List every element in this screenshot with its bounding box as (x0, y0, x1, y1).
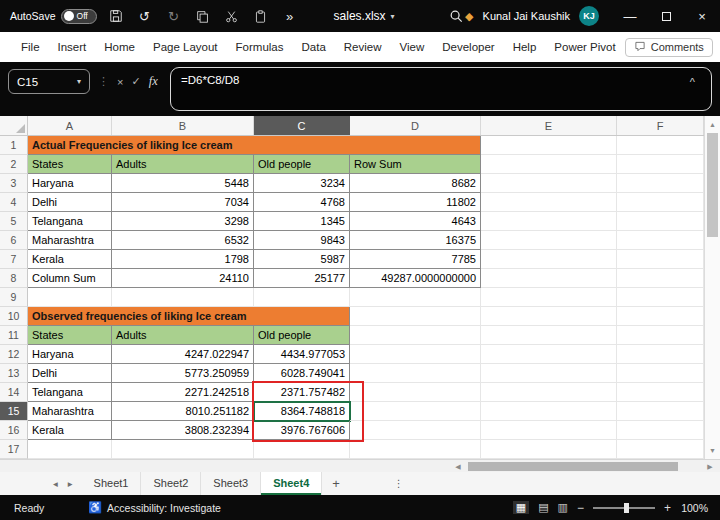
cell-C11[interactable]: Old people (254, 326, 350, 345)
cell-F2[interactable] (617, 155, 704, 174)
maximize-button[interactable] (648, 0, 684, 32)
cancel-formula-icon[interactable]: × (117, 76, 123, 88)
ribbon-tab-file[interactable]: File (12, 32, 49, 62)
cell-B4[interactable]: 7034 (112, 193, 254, 212)
row-header-3[interactable]: 3 (0, 174, 28, 193)
cell-B11[interactable]: Adults (112, 326, 254, 345)
cell-E2[interactable] (481, 155, 617, 174)
cell-F1[interactable] (617, 136, 704, 155)
cell-B14[interactable]: 2271.242518 (112, 383, 254, 402)
sheet-tab-sheet3[interactable]: Sheet3 (201, 472, 261, 495)
cell-C4[interactable]: 4768 (254, 193, 350, 212)
cell-B7[interactable]: 1798 (112, 250, 254, 269)
cell-C9[interactable] (254, 288, 350, 307)
select-all-corner[interactable] (0, 116, 28, 135)
ribbon-tab-developer[interactable]: Developer (433, 32, 503, 62)
cell-D11[interactable] (350, 326, 481, 345)
row-header-8[interactable]: 8 (0, 269, 28, 288)
minimize-button[interactable]: — (612, 0, 648, 32)
normal-view-icon[interactable]: ▦ (513, 501, 529, 514)
cell-A15[interactable]: Maharashtra (28, 402, 112, 421)
save-icon[interactable] (106, 5, 126, 27)
cell-B13[interactable]: 5773.250959 (112, 364, 254, 383)
cell-F14[interactable] (617, 383, 704, 402)
horizontal-scrollbar[interactable]: ◀ ▶ (452, 461, 716, 472)
cell-A16[interactable]: Kerala (28, 421, 112, 440)
row-header-13[interactable]: 13 (0, 364, 28, 383)
cell-E3[interactable] (481, 174, 617, 193)
autosave-toggle[interactable]: Off (61, 9, 97, 24)
sheet-tab-sheet2[interactable]: Sheet2 (141, 472, 201, 495)
cell-D17[interactable] (350, 440, 481, 459)
cell-C15[interactable]: 8364.748818 (254, 402, 350, 421)
row-header-14[interactable]: 14 (0, 383, 28, 402)
cell-A5[interactable]: Telangana (28, 212, 112, 231)
cell-B12[interactable]: 4247.022947 (112, 345, 254, 364)
close-button[interactable]: × (684, 0, 720, 32)
enter-formula-icon[interactable]: ✓ (131, 75, 140, 88)
cell-B6[interactable]: 6532 (112, 231, 254, 250)
zoom-slider[interactable] (593, 507, 655, 509)
row-header-2[interactable]: 2 (0, 155, 28, 174)
cell-C2[interactable]: Old people (254, 155, 350, 174)
comments-button[interactable]: Comments (625, 38, 713, 57)
cell-D9[interactable] (350, 288, 481, 307)
name-box-dropdown-icon[interactable]: ▾ (77, 77, 81, 86)
cell-C14[interactable]: 2371.757482 (254, 383, 350, 402)
cell-C12[interactable]: 4434.977053 (254, 345, 350, 364)
formula-input[interactable]: =D6*C8/D8 ^ (170, 67, 712, 111)
cell-F13[interactable] (617, 364, 704, 383)
redo-icon[interactable]: ↻ (164, 5, 184, 27)
cell-E11[interactable] (481, 326, 617, 345)
row-header-1[interactable]: 1 (0, 136, 28, 155)
cell-D6[interactable]: 16375 (350, 231, 481, 250)
cell-D7[interactable]: 7785 (350, 250, 481, 269)
cell-A9[interactable] (28, 288, 112, 307)
cell-F17[interactable] (617, 440, 704, 459)
vertical-scroll-thumb[interactable] (707, 133, 718, 237)
cell-B8[interactable]: 24110 (112, 269, 254, 288)
tab-scroll-right-icon[interactable]: ▸ (63, 478, 78, 489)
row-header-17[interactable]: 17 (0, 440, 28, 459)
ribbon-tab-data[interactable]: Data (293, 32, 335, 62)
column-header-C[interactable]: C (254, 116, 350, 135)
cell-C5[interactable]: 1345 (254, 212, 350, 231)
insert-function-icon[interactable]: fx (149, 74, 158, 89)
cell-F9[interactable] (617, 288, 704, 307)
cell-D10[interactable] (350, 307, 481, 326)
zoom-out-button[interactable]: − (577, 501, 584, 515)
cell-D14[interactable] (350, 383, 481, 402)
column-header-E[interactable]: E (481, 116, 617, 135)
search-icon[interactable] (447, 5, 466, 27)
cell-B5[interactable]: 3298 (112, 212, 254, 231)
cell-B2[interactable]: Adults (112, 155, 254, 174)
cell-E1[interactable] (481, 136, 617, 155)
cell-A14[interactable]: Telangana (28, 383, 112, 402)
cell-E17[interactable] (481, 440, 617, 459)
cell-A12[interactable]: Haryana (28, 345, 112, 364)
column-header-F[interactable]: F (617, 116, 704, 135)
ribbon-tab-insert[interactable]: Insert (49, 32, 96, 62)
cell-E7[interactable] (481, 250, 617, 269)
cell-C6[interactable]: 9843 (254, 231, 350, 250)
cell-A2[interactable]: States (28, 155, 112, 174)
cell-F8[interactable] (617, 269, 704, 288)
premium-icon[interactable]: ◆ (465, 10, 473, 23)
copy-icon[interactable] (193, 5, 213, 27)
add-sheet-button[interactable]: + (322, 476, 350, 491)
cell-A10[interactable]: Observed frequencies of liking Ice cream (28, 307, 350, 326)
undo-icon[interactable]: ↺ (135, 5, 155, 27)
cell-A17[interactable] (28, 440, 112, 459)
row-header-10[interactable]: 10 (0, 307, 28, 326)
cell-A11[interactable]: States (28, 326, 112, 345)
cell-D15[interactable] (350, 402, 481, 421)
accessibility-button[interactable]: ♿ Accessibility: Investigate (88, 501, 221, 514)
cell-F16[interactable] (617, 421, 704, 440)
cut-icon[interactable] (222, 5, 242, 27)
cell-E8[interactable] (481, 269, 617, 288)
row-header-4[interactable]: 4 (0, 193, 28, 212)
ribbon-tab-view[interactable]: View (391, 32, 434, 62)
column-header-D[interactable]: D (350, 116, 481, 135)
cell-E5[interactable] (481, 212, 617, 231)
cell-D13[interactable] (350, 364, 481, 383)
